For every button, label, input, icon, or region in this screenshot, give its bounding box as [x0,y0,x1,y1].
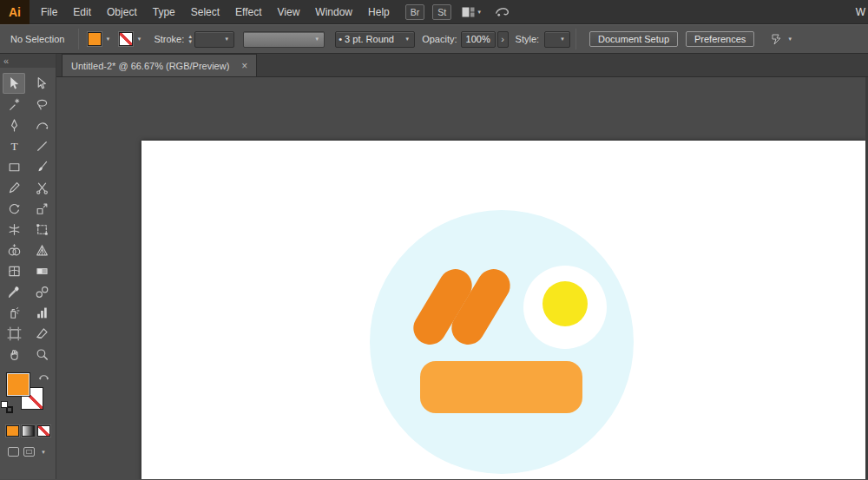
column-graph-tool[interactable] [30,302,53,323]
tab-title: Untitled-2* @ 66.67% (RGB/Preview) [71,61,229,71]
slice-tool[interactable] [30,323,53,344]
workspace-icon[interactable] [770,33,794,45]
tools-grid: T [0,73,56,365]
zoom-icon [35,347,49,362]
chevron-down-icon [786,35,794,43]
width-tool[interactable] [3,219,25,240]
line-segment-tool[interactable] [30,135,53,156]
stock-button[interactable]: St [432,4,451,20]
drawing-mode-row [0,447,56,457]
brush-definition-label: 3 pt. Round [345,34,394,44]
menu-item-view[interactable]: View [270,0,308,24]
shape-builder-icon [7,243,22,258]
free-transform-tool[interactable] [30,219,53,240]
width-icon [7,222,22,237]
arrange-documents-button[interactable] [462,7,483,17]
hand-gesture-icon[interactable] [494,5,511,18]
perspective-grid-tool[interactable] [30,240,53,260]
document-setup-button[interactable]: Document Setup [589,31,678,47]
draw-inside-button[interactable] [23,447,35,457]
chevron-down-icon [475,8,483,16]
pencil-tool[interactable] [3,177,25,198]
paint-mode-row [0,425,56,437]
menu-item-window[interactable]: Window [307,0,360,24]
stroke-color-control[interactable] [119,32,143,46]
control-bar: No Selection Stroke: ▲▼ • 3 pt. Round Op… [0,24,868,54]
type-icon: T [7,139,22,154]
eyedropper-icon [7,285,22,299]
gradient-tool[interactable] [30,260,53,281]
fill-swatch[interactable] [88,32,102,46]
menu-item-help[interactable]: Help [360,0,398,24]
chevron-down-icon[interactable] [103,35,112,43]
menu-item-file[interactable]: File [33,0,65,24]
swap-fill-stroke-icon[interactable] [38,372,49,384]
default-fill-stroke-icon[interactable] [1,401,13,413]
slice-icon [35,326,49,341]
document-tab[interactable]: Untitled-2* @ 66.67% (RGB/Preview) × [62,54,257,76]
workspace: « T [0,54,868,479]
bridge-button[interactable]: Br [405,4,425,20]
magic-wand-tool[interactable] [3,94,25,115]
fill-stroke-widget [0,372,56,417]
canvas[interactable] [56,77,868,479]
chevron-down-icon[interactable] [39,448,48,457]
curvature-tool[interactable] [30,115,53,135]
rotate-tool[interactable] [3,198,25,219]
direct-selection-tool[interactable] [30,73,53,94]
panel-collapse-button[interactable]: « [0,54,56,68]
fill-proxy-swatch[interactable] [7,373,30,396]
gradient-mode-button[interactable] [22,425,35,437]
selection-tool[interactable] [3,73,25,94]
eyedropper-tool[interactable] [3,281,25,302]
style-label: Style: [516,34,540,44]
menu-item-object[interactable]: Object [99,0,145,24]
egg-yolk[interactable] [542,281,588,326]
color-mode-button[interactable] [6,425,19,437]
scale-icon [35,201,49,216]
tab-close-button[interactable]: × [241,60,247,72]
menu-item-effect[interactable]: Effect [227,0,269,24]
selection-icon [7,76,22,91]
artboard-tool[interactable] [3,323,25,344]
chevron-down-icon[interactable] [135,35,143,43]
lasso-tool[interactable] [30,94,53,115]
scissors-tool[interactable] [30,177,53,198]
stroke-weight-stepper[interactable]: ▲▼ [187,34,193,44]
mesh-icon [7,264,22,279]
opacity-input[interactable]: 100% [461,31,496,48]
hand-icon [7,347,22,362]
symbol-sprayer-tool[interactable] [3,302,25,323]
zoom-tool[interactable] [30,344,53,365]
chevron-down-icon [403,35,411,43]
plate-circle[interactable] [370,210,634,474]
shape-builder-tool[interactable] [3,240,25,260]
scale-tool[interactable] [30,198,53,219]
none-mode-button[interactable] [37,425,50,437]
brush-definition-combo[interactable]: • 3 pt. Round [335,31,415,48]
draw-normal-button[interactable] [8,447,19,457]
artboard[interactable] [141,141,865,479]
toast[interactable] [420,361,582,413]
pen-tool[interactable] [3,115,25,135]
menu-item-type[interactable]: Type [145,0,183,24]
blend-tool[interactable] [30,281,53,302]
line-icon [35,139,49,154]
hand-tool[interactable] [3,344,25,365]
paintbrush-tool[interactable] [30,156,53,177]
menu-item-edit[interactable]: Edit [65,0,99,24]
menu-items: FileEditObjectTypeSelectEffectViewWindow… [33,0,398,24]
brush-preview-dot: • [339,34,342,44]
preferences-button[interactable]: Preferences [686,31,754,47]
perspective-grid-icon [35,243,49,258]
rectangle-tool[interactable] [3,156,25,177]
stroke-none-swatch[interactable] [119,32,133,46]
fill-color-control[interactable] [88,32,112,46]
mesh-tool[interactable] [3,260,25,281]
width-profile-combo[interactable] [243,31,325,48]
type-tool[interactable]: T [3,135,25,156]
opacity-panel-button[interactable]: › [497,31,509,48]
stroke-weight-combo[interactable] [194,31,234,48]
style-combo[interactable] [544,31,570,48]
menu-item-select[interactable]: Select [183,0,227,24]
